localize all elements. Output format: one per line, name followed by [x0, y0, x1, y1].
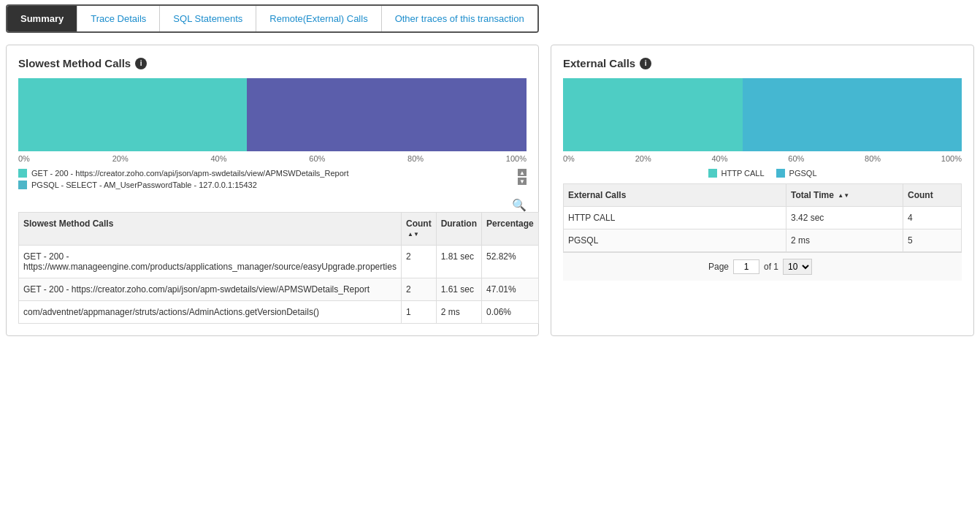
pagination-bar: Page of 1 10 25 50: [563, 252, 962, 281]
external-bar-segment-2: [743, 78, 962, 151]
legend-item-2: PGSQL - SELECT - AM_UserPasswordTable - …: [18, 181, 527, 189]
tab-bar: Summary Trace Details SQL Statements Rem…: [6, 4, 539, 33]
ext-legend-item-2: PGSQL: [776, 169, 817, 178]
slowest-method-calls-panel: Slowest Method Calls i 0% 20% 40% 60% 80…: [6, 45, 539, 336]
ext-legend-item-1: HTTP CALL: [708, 169, 765, 178]
col-header-count[interactable]: Count ▲▼: [401, 213, 436, 246]
axis-label: 100%: [506, 154, 527, 163]
slowest-bar-segment-1: [18, 78, 247, 151]
ext-col-header-count: Count: [903, 184, 962, 207]
axis-label: 0%: [18, 154, 30, 163]
ext-table-row: PGSQL 2 ms 5: [564, 229, 962, 252]
tab-trace-details[interactable]: Trace Details: [77, 6, 160, 31]
table-row: GET - 200 - https://www.manageengine.com…: [19, 246, 539, 278]
ext-col-time-label: Total Time: [791, 190, 834, 200]
external-bar-chart-container: 0% 20% 40% 60% 80% 100%: [563, 78, 962, 163]
legend-item-1: GET - 200 - https://creator.zoho.com/api…: [18, 169, 527, 178]
cell-count: 2: [401, 246, 436, 278]
scroll-up-arrow[interactable]: ▲: [518, 169, 527, 176]
ext-legend-color-2: [776, 169, 785, 178]
cell-count: 1: [401, 301, 436, 324]
slowest-panel-title-text: Slowest Method Calls: [18, 57, 131, 69]
cell-count: 2: [401, 278, 436, 301]
col-header-duration: Duration: [436, 213, 481, 246]
cell-percentage: 47.01%: [481, 278, 538, 301]
ext-legend-color-1: [708, 169, 717, 178]
main-content: Slowest Method Calls i 0% 20% 40% 60% 80…: [0, 37, 980, 343]
scroll-down-arrow[interactable]: ▼: [518, 178, 527, 185]
external-table-wrapper: External Calls Total Time ▲▼ Count HTTP …: [563, 183, 962, 281]
tab-other-traces[interactable]: Other traces of this transaction: [382, 6, 537, 31]
axis-label: 40%: [711, 154, 727, 163]
axis-label: 60%: [309, 154, 325, 163]
external-legend: HTTP CALL PGSQL: [563, 169, 962, 178]
external-bar-axis: 0% 20% 40% 60% 80% 100%: [563, 154, 962, 163]
external-panel-title-text: External Calls: [563, 57, 635, 69]
table-header-row: Slowest Method Calls Count ▲▼ Duration P…: [19, 213, 539, 246]
axis-label: 20%: [635, 154, 651, 163]
legend-color-2: [18, 181, 27, 189]
cell-method-name: com/adventnet/appmanager/struts/actions/…: [19, 301, 402, 324]
external-panel-title: External Calls i: [563, 57, 962, 69]
table-row: com/adventnet/appmanager/struts/actions/…: [19, 301, 539, 324]
legend-label-2: PGSQL - SELECT - AM_UserPasswordTable - …: [31, 181, 257, 189]
axis-label: 60%: [788, 154, 804, 163]
slowest-table-wrapper: 🔍 Slowest Method Calls Count ▲▼ Duration…: [18, 198, 527, 324]
axis-label: 100%: [941, 154, 962, 163]
time-sort-arrows[interactable]: ▲▼: [838, 193, 849, 199]
of-label: of 1: [764, 262, 778, 272]
axis-label: 0%: [563, 154, 575, 163]
ext-table-row: HTTP CALL 3.42 sec 4: [564, 207, 962, 229]
ext-cell-name: HTTP CALL: [564, 207, 786, 229]
ext-table-header-row: External Calls Total Time ▲▼ Count: [564, 184, 962, 207]
slowest-legend: GET - 200 - https://creator.zoho.com/api…: [18, 169, 527, 189]
slowest-bar-chart-container: 0% 20% 40% 60% 80% 100%: [18, 78, 527, 163]
ext-legend-label-1: HTTP CALL: [721, 169, 765, 178]
slowest-bar-segment-2: [247, 78, 527, 151]
col-count-label: Count: [406, 219, 432, 229]
ext-col-header-name: External Calls: [564, 184, 786, 207]
slowest-bar-chart: [18, 78, 527, 151]
ext-cell-count: 5: [903, 229, 962, 252]
cell-percentage: 52.82%: [481, 246, 538, 278]
slowest-bar-axis: 0% 20% 40% 60% 80% 100%: [18, 154, 527, 163]
page-label: Page: [708, 262, 729, 272]
search-icon-btn[interactable]: 🔍: [512, 198, 527, 212]
external-calls-table: External Calls Total Time ▲▼ Count HTTP …: [563, 183, 962, 252]
col-header-percentage: Percentage: [481, 213, 538, 246]
axis-label: 40%: [210, 154, 226, 163]
cell-percentage: 0.06%: [481, 301, 538, 324]
ext-legend-label-2: PGSQL: [789, 169, 817, 178]
legend-color-1: [18, 169, 27, 178]
cell-method-name: GET - 200 - https://creator.zoho.com/api…: [19, 278, 402, 301]
axis-label: 20%: [112, 154, 129, 163]
tab-summary[interactable]: Summary: [7, 6, 77, 31]
table-row: GET - 200 - https://creator.zoho.com/api…: [19, 278, 539, 301]
tab-remote-calls[interactable]: Remote(External) Calls: [256, 6, 381, 31]
external-bar-segment-1: [563, 78, 743, 151]
external-bar-chart: [563, 78, 962, 151]
axis-label: 80%: [865, 154, 881, 163]
ext-cell-count: 4: [903, 207, 962, 229]
legend-label-1: GET - 200 - https://creator.zoho.com/api…: [31, 169, 348, 178]
ext-cell-name: PGSQL: [564, 229, 786, 252]
page-number-input[interactable]: [733, 259, 759, 274]
slowest-panel-title: Slowest Method Calls i: [18, 57, 527, 69]
external-calls-panel: External Calls i 0% 20% 40% 60% 80% 100%…: [551, 45, 974, 336]
cell-duration: 1.81 sec: [436, 246, 481, 278]
slowest-method-table: Slowest Method Calls Count ▲▼ Duration P…: [18, 212, 539, 324]
per-page-select[interactable]: 10 25 50: [783, 259, 812, 275]
col-header-method: Slowest Method Calls: [19, 213, 402, 246]
ext-col-header-time[interactable]: Total Time ▲▼: [786, 184, 903, 207]
cell-duration: 2 ms: [436, 301, 481, 324]
tab-sql-statements[interactable]: SQL Statements: [160, 6, 256, 31]
ext-cell-time: 2 ms: [786, 229, 903, 252]
axis-label: 80%: [407, 154, 424, 163]
external-info-icon: i: [640, 58, 651, 69]
legend-scroll[interactable]: ▲ ▼: [518, 169, 527, 185]
count-sort-arrows[interactable]: ▲▼: [407, 232, 419, 238]
ext-cell-time: 3.42 sec: [786, 207, 903, 229]
cell-duration: 1.61 sec: [436, 278, 481, 301]
cell-method-name: GET - 200 - https://www.manageengine.com…: [19, 246, 402, 278]
slowest-info-icon: i: [135, 58, 147, 69]
